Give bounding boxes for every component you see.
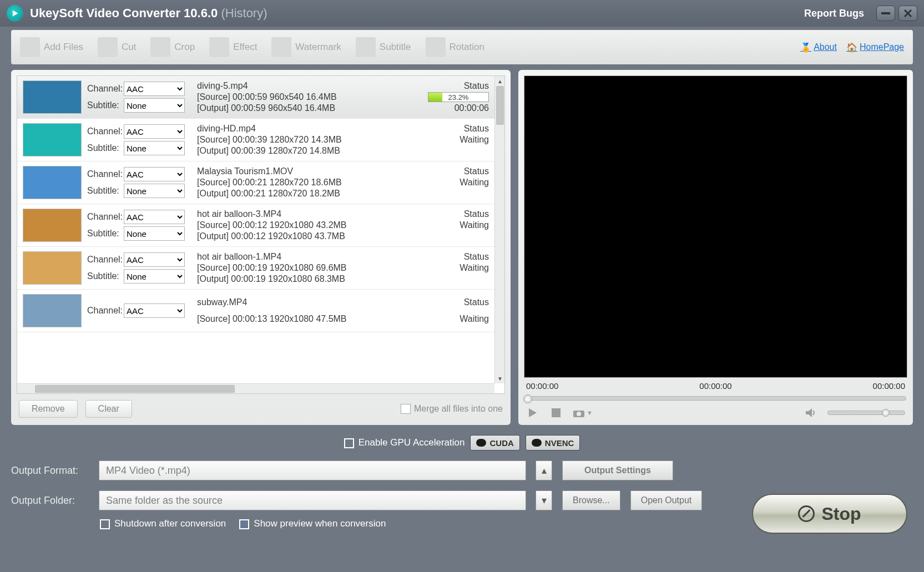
output-info: [Output] 00:00:12 1920x1080 43.7MB (197, 231, 417, 241)
file-name: subway.MP4 (197, 297, 417, 307)
source-info: [Source] 00:00:12 1920x1080 43.2MB (197, 220, 417, 230)
time-end: 00:00:00 (873, 381, 905, 391)
video-preview (524, 75, 907, 378)
volume-slider[interactable] (827, 411, 905, 415)
crop-icon (150, 37, 170, 57)
file-row[interactable]: Channel:AACSubtitle:Nonehot air balloon-… (17, 247, 494, 290)
progress-bar: 23.2% (428, 92, 489, 102)
toolbar-cut[interactable]: Cut (98, 37, 136, 57)
minimize-button[interactable] (876, 6, 895, 21)
svg-rect-1 (881, 12, 890, 14)
file-row[interactable]: Channel:AACSubtitle:Nonediving-HD.mp4[So… (17, 119, 494, 161)
seek-knob[interactable] (523, 394, 532, 403)
remove-button[interactable]: Remove (19, 400, 78, 418)
source-info: [Source] 00:00:13 1920x1080 47.5MB (197, 314, 417, 324)
svg-marker-4 (529, 408, 537, 417)
titlebar: UkeySoft Video Converter 10.6.0 (History… (0, 0, 924, 27)
file-name: diving-5.mp4 (197, 81, 417, 91)
toolbar-subtitle[interactable]: Subtitle (356, 37, 411, 57)
volume-icon[interactable] (804, 406, 817, 419)
output-folder-label: Output Folder: (11, 495, 89, 507)
channel-select[interactable]: AAC (124, 210, 185, 224)
video-thumbnail (23, 166, 82, 199)
folder-dropdown-icon[interactable]: ▾ (536, 490, 552, 510)
report-bugs-link[interactable]: Report Bugs (804, 8, 864, 19)
video-thumbnail (23, 251, 82, 285)
medal-icon: 🏅 (801, 42, 811, 52)
app-logo (7, 5, 23, 22)
video-thumbnail (23, 294, 82, 327)
output-info: [Output] 00:00:21 1280x720 18.2MB (197, 189, 417, 199)
output-format-field[interactable]: MP4 Video (*.mp4) (99, 460, 526, 480)
home-icon: 🏠 (847, 42, 857, 52)
subtitle-select[interactable]: None (124, 226, 185, 241)
file-name: diving-HD.mp4 (197, 124, 417, 134)
file-row[interactable]: Channel:AACsubway.MP4[Source] 00:00:13 1… (17, 290, 494, 332)
toolbar-add-files[interactable]: Add Files (20, 37, 83, 57)
source-info: [Source] 00:00:19 1920x1080 69.6MB (197, 263, 417, 273)
preview-checkbox[interactable]: Show preview when conversion (239, 518, 386, 529)
scrollbar-thumb[interactable] (496, 86, 504, 125)
seek-slider[interactable] (525, 396, 906, 401)
time-start: 00:00:00 (526, 381, 558, 391)
scroll-down-icon[interactable]: ▼ (495, 373, 505, 383)
stop-icon[interactable] (549, 406, 563, 419)
file-name: Malaysia Tourism1.MOV (197, 166, 417, 176)
open-output-button[interactable]: Open Output (630, 490, 703, 510)
output-folder-field[interactable]: Same folder as the source (99, 490, 526, 510)
source-info: [Source] 00:00:59 960x540 16.4MB (197, 92, 417, 102)
rotation-icon (426, 37, 446, 57)
svg-marker-0 (13, 10, 18, 16)
shutdown-checkbox[interactable]: Shutdown after conversion (100, 518, 226, 529)
add-files-icon (20, 37, 40, 57)
snapshot-icon[interactable]: ▼ (573, 406, 593, 419)
svg-rect-5 (552, 408, 561, 417)
stop-button[interactable]: Stop (752, 494, 907, 534)
svg-marker-8 (806, 408, 812, 417)
output-info: [Output] 00:00:39 1280x720 14.8MB (197, 146, 417, 156)
toolbar-effect[interactable]: Effect (209, 37, 257, 57)
nvenc-badge: NVENC (526, 435, 580, 450)
toolbar-crop[interactable]: Crop (150, 37, 195, 57)
preview-panel: 00:00:00 00:00:00 00:00:00 ▼ (518, 70, 913, 425)
file-row[interactable]: Channel:AACSubtitle:Nonehot air balloon-… (17, 204, 494, 247)
cut-icon (98, 37, 118, 57)
homepage-link[interactable]: 🏠HomePage (847, 42, 904, 52)
output-settings-button[interactable]: Output Settings (562, 460, 673, 480)
toolbar-watermark[interactable]: Watermark (271, 37, 341, 57)
source-info: [Source] 00:00:21 1280x720 18.6MB (197, 178, 417, 188)
close-button[interactable] (898, 6, 917, 21)
browse-button[interactable]: Browse... (562, 490, 620, 510)
scrollbar-thumb[interactable] (35, 385, 235, 393)
subtitle-select[interactable]: None (124, 141, 185, 155)
subtitle-select[interactable]: None (124, 269, 185, 284)
channel-select[interactable]: AAC (124, 303, 185, 318)
effect-icon (209, 37, 229, 57)
about-link[interactable]: 🏅About (801, 42, 837, 52)
subtitle-select[interactable]: None (124, 98, 185, 113)
horizontal-scrollbar[interactable] (17, 383, 494, 393)
format-dropdown-icon[interactable]: ▴ (536, 460, 552, 480)
merge-checkbox[interactable]: Merge all files into one (401, 404, 503, 414)
svg-point-7 (577, 412, 581, 416)
channel-select[interactable]: AAC (124, 124, 185, 139)
toolbar-rotation[interactable]: Rotation (426, 37, 484, 57)
scroll-up-icon[interactable]: ▲ (495, 76, 505, 86)
volume-knob[interactable] (882, 409, 890, 417)
file-row[interactable]: Channel:AACSubtitle:NoneMalaysia Tourism… (17, 161, 494, 204)
file-row[interactable]: Channel:AACSubtitle:Nonediving-5.mp4[Sou… (17, 76, 494, 119)
output-info: [Output] 00:00:19 1920x1080 68.3MB (197, 274, 417, 284)
gpu-checkbox[interactable]: Enable GPU Acceleration (344, 437, 465, 448)
channel-select[interactable]: AAC (124, 82, 185, 96)
clear-button[interactable]: Clear (85, 400, 132, 418)
vertical-scrollbar[interactable]: ▲ ▼ (494, 76, 504, 383)
channel-select[interactable]: AAC (124, 167, 185, 181)
play-icon[interactable] (526, 406, 539, 419)
file-name: hot air balloon-3.MP4 (197, 209, 417, 219)
channel-select[interactable]: AAC (124, 252, 185, 267)
cancel-icon (798, 505, 815, 522)
subtitle-icon (356, 37, 376, 57)
nvidia-eye-icon (476, 439, 486, 447)
source-info: [Source] 00:00:39 1280x720 14.3MB (197, 135, 417, 145)
subtitle-select[interactable]: None (124, 184, 185, 198)
